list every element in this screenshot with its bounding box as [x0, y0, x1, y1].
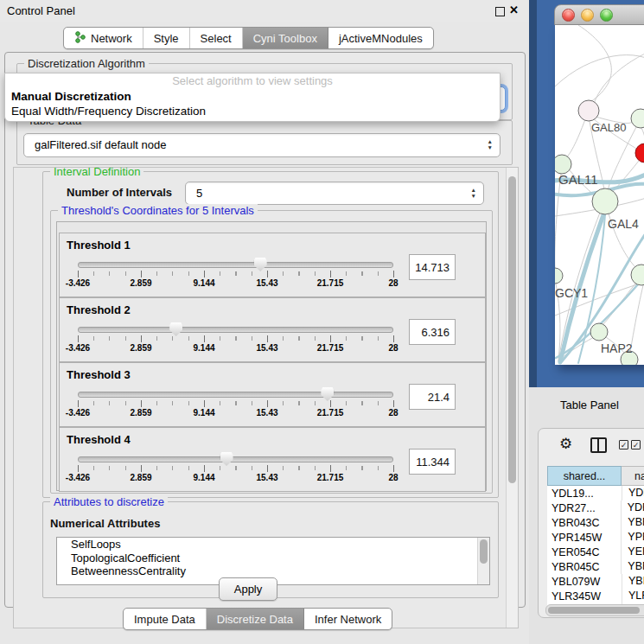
table-row[interactable]: YLR345WYLR3: [547, 589, 644, 603]
threshold-2-value-field[interactable]: 6.316: [409, 319, 456, 345]
tab-select[interactable]: Select: [190, 28, 243, 48]
network-graph: GAL80 GA C GAL11 GAL4 GCY1 H HAP2: [555, 25, 644, 365]
node-gal11[interactable]: [555, 155, 571, 174]
threshold-1-panel: Threshold 1 -3.426 2.859 9.144 15.43: [59, 233, 486, 297]
tab-cyni-toolbox[interactable]: Cyni Toolbox: [243, 28, 328, 48]
table-data-combo-value: galFiltered.sif default node: [35, 134, 166, 156]
slider-track[interactable]: [78, 262, 393, 268]
close-traffic-light-icon[interactable]: [562, 9, 575, 22]
node-hap2[interactable]: [590, 323, 608, 341]
node-h[interactable]: [631, 265, 644, 285]
node-red-selected[interactable]: [635, 143, 644, 163]
attributes-group-title: Attributes to discretize: [50, 495, 168, 508]
table-row[interactable]: YER054CYER0: [547, 545, 644, 559]
apply-button[interactable]: Apply: [219, 577, 277, 601]
tick-label: 2.859: [130, 278, 151, 288]
tab-network[interactable]: Network: [64, 28, 143, 48]
interval-definition-group: Interval Definition Number of Intervals …: [42, 171, 499, 498]
combo-arrows-icon: ▲▼: [471, 187, 476, 199]
node-ga[interactable]: [631, 109, 644, 128]
float-window-icon[interactable]: [495, 7, 505, 16]
threshold-1-value-field[interactable]: 14.713: [409, 254, 456, 280]
network-window-titlebar[interactable]: [554, 4, 644, 25]
tick-label: 21.715: [317, 473, 344, 482]
tick-label: -3.426: [66, 408, 90, 418]
slider-minor-ticks: [78, 336, 394, 341]
list-item[interactable]: SelfLoops: [57, 538, 489, 552]
tick-label: 15.43: [256, 408, 277, 418]
tab-discretize-data[interactable]: Discretize Data: [207, 609, 304, 629]
checkbox-icon[interactable]: ✓: [631, 440, 641, 450]
network-canvas[interactable]: GAL80 GA C GAL11 GAL4 GCY1 H HAP2: [555, 25, 644, 365]
settings-vertical-scrollbar[interactable]: [506, 168, 518, 628]
table-horizontal-scrollbar[interactable]: [545, 604, 644, 616]
popup-item-equal-width-frequency[interactable]: Equal Width/Frequency Discretization: [5, 104, 500, 118]
gear-icon[interactable]: ⚙: [559, 435, 572, 453]
table-panel-title: Table Panel: [560, 399, 619, 411]
threshold-4-slider[interactable]: -3.426 2.859 9.144 15.43 21.715 28: [78, 454, 393, 483]
table-data-combo[interactable]: galFiltered.sif default node ▲▼: [23, 133, 501, 157]
table-row[interactable]: YBR043CYBR0: [547, 515, 644, 530]
threshold-1-label: Threshold 1: [67, 239, 131, 252]
threshold-1-slider[interactable]: -3.426 2.859 9.144 15.43 21.715 28: [78, 259, 393, 289]
threshold-2-slider[interactable]: -3.426 2.859 9.144 15.43 21.715 28: [78, 324, 393, 354]
table-row[interactable]: YDL19...YDL1: [547, 486, 644, 501]
threshold-3-value-field[interactable]: 21.4: [409, 384, 456, 410]
column-header-shared-name[interactable]: shared...: [547, 466, 622, 486]
tick-label: 2.859: [130, 408, 151, 418]
table-row[interactable]: YPR145WYPR1: [547, 530, 644, 545]
discretization-algorithm-group-title: Discretization Algorithm: [24, 57, 149, 70]
slider-track[interactable]: [78, 327, 393, 333]
node-label: GAL80: [591, 121, 626, 134]
tab-infer-network[interactable]: Infer Network: [304, 609, 392, 629]
list-scrollbar[interactable]: [477, 538, 489, 584]
bottom-tab-bar: Impute Data Discretize Data Infer Networ…: [123, 608, 392, 630]
node-gal4[interactable]: [592, 188, 618, 214]
top-tab-bar: Network Style Select Cyni Toolbox jActiv…: [63, 27, 434, 49]
tick-label: 2.859: [130, 473, 151, 482]
interval-definition-title: Interval Definition: [50, 167, 143, 178]
number-of-intervals-label: Number of Intervals: [67, 186, 172, 199]
slider-thumb[interactable]: [169, 322, 182, 336]
number-of-intervals-combo[interactable]: 5 ▲▼: [185, 182, 484, 205]
scrollbar-thumb[interactable]: [480, 539, 488, 564]
checkbox-icon[interactable]: ✓: [619, 440, 628, 450]
node-gal80[interactable]: [578, 100, 599, 121]
node-gcy1[interactable]: [555, 268, 563, 284]
slider-thumb[interactable]: [220, 452, 233, 466]
zoom-traffic-light-icon[interactable]: [600, 9, 613, 22]
slider-track[interactable]: [78, 392, 393, 398]
list-item[interactable]: TopologicalCoefficient: [57, 552, 489, 565]
close-icon[interactable]: ✕: [509, 3, 519, 16]
tab-jactivemnodules[interactable]: jActiveMNodules: [328, 28, 433, 48]
tick-label: 2.859: [130, 343, 151, 353]
tab-impute-data[interactable]: Impute Data: [124, 609, 207, 629]
minimize-traffic-light-icon[interactable]: [581, 9, 594, 22]
node-label: HAP2: [601, 341, 633, 355]
slider-thumb[interactable]: [321, 387, 334, 401]
node-label: GCY1: [555, 286, 588, 300]
split-columns-icon[interactable]: [590, 437, 607, 453]
algorithm-dropdown-popup: Select algorithm to view settings Manual…: [4, 73, 501, 122]
threshold-3-slider[interactable]: -3.426 2.859 9.144 15.43 21.715 28: [78, 389, 393, 418]
slider-track[interactable]: [78, 456, 393, 462]
tick-label: -3.426: [66, 473, 90, 482]
slider-thumb[interactable]: [254, 258, 267, 271]
table-panel-card: ⚙ ✓ ✓ shared... na YDL19...YDL1 YDR27...…: [538, 428, 644, 618]
popup-item-manual-discretization[interactable]: Manual Discretization: [5, 89, 500, 104]
scrollbar-thumb[interactable]: [508, 176, 516, 483]
list-item[interactable]: BetweennessCentrality: [57, 564, 489, 578]
tick-label: 9.144: [193, 473, 214, 482]
tick-label: -3.426: [66, 278, 90, 288]
tab-style[interactable]: Style: [143, 28, 190, 48]
slider-minor-ticks: [78, 466, 394, 470]
column-header-name[interactable]: na: [622, 466, 644, 486]
tick-label: 15.43: [256, 278, 277, 288]
table-row[interactable]: YBL079WYBL0: [547, 574, 644, 589]
table-row[interactable]: YBR045CYBR0: [547, 559, 644, 574]
scrollbar-thumb[interactable]: [548, 607, 640, 614]
table-row[interactable]: YDR27...YDR2: [547, 501, 644, 515]
node-label: GAL11: [558, 172, 598, 187]
slider-minor-ticks: [78, 401, 394, 405]
threshold-4-value-field[interactable]: 11.344: [409, 449, 456, 475]
